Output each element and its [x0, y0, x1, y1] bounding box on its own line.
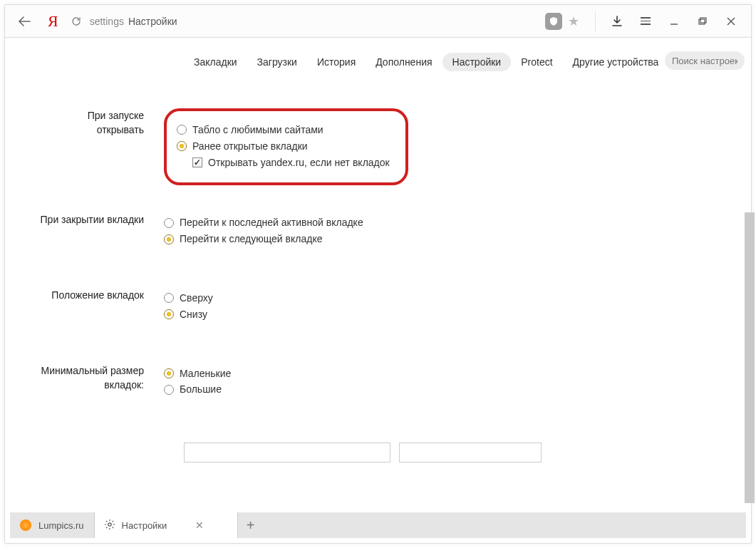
scrollbar-track[interactable]	[745, 33, 755, 512]
nav-bookmarks[interactable]: Закладки	[184, 53, 247, 71]
close-tab-opt-next[interactable]: Перейти к следующей вкладке	[164, 233, 746, 245]
downloads-icon[interactable]	[603, 11, 631, 32]
address-key: settings	[90, 16, 124, 27]
min-size-opt-small[interactable]: Маленькие	[164, 368, 746, 380]
tab-strip: Lumpics.ru Настройки ✕ +	[10, 512, 746, 538]
nav-settings[interactable]: Настройки	[442, 53, 512, 71]
tab-position-label: Положение вкладок	[10, 288, 164, 325]
radio-icon	[177, 141, 187, 151]
scrollbar-thumb[interactable]	[745, 212, 755, 503]
nav-other-devices[interactable]: Другие устройства	[563, 53, 669, 71]
tab-lumpics[interactable]: Lumpics.ru	[10, 512, 94, 538]
min-tab-size-label: Минимальный размер вкладок:	[10, 363, 164, 400]
section-stub	[10, 443, 746, 462]
radio-icon	[164, 309, 174, 319]
window-close-icon[interactable]	[717, 11, 745, 32]
tab-close-icon[interactable]: ✕	[195, 519, 204, 531]
startup-opt-open-yandex[interactable]: Открывать yandex.ru, если нет вкладок	[192, 157, 390, 169]
startup-opt-restore-tabs[interactable]: Ранее открытые вкладки	[177, 140, 390, 152]
radio-icon	[164, 293, 174, 303]
yandex-logo[interactable]: Я	[48, 12, 58, 31]
tab-pos-opt-bottom[interactable]: Снизу	[164, 309, 746, 321]
settings-nav: Закладки Загрузки История Дополнения Нас…	[10, 33, 746, 95]
startup-label: При запуске открывать	[10, 108, 164, 185]
svg-rect-1	[700, 18, 706, 23]
gear-icon	[105, 519, 115, 532]
nav-downloads[interactable]: Загрузки	[247, 53, 307, 71]
section-min-tab-size: Минимальный размер вкладок: Маленькие Бо…	[10, 363, 746, 400]
settings-search-input[interactable]	[665, 51, 745, 70]
reload-icon[interactable]	[68, 14, 84, 29]
window-maximize-icon[interactable]	[688, 11, 717, 32]
nav-protect[interactable]: Protect	[511, 53, 562, 71]
tab-title: Настройки	[122, 520, 167, 531]
close-tab-opt-last-active[interactable]: Перейти к последней активной вкладке	[164, 217, 746, 229]
svg-point-2	[108, 522, 110, 525]
menu-button[interactable]	[631, 11, 660, 32]
section-tab-position: Положение вкладок Сверху Снизу	[10, 288, 746, 325]
radio-icon	[177, 125, 187, 135]
section-close-tab: При закрытии вкладки Перейти к последней…	[10, 212, 746, 249]
radio-icon	[164, 385, 174, 395]
protect-shield-icon[interactable]	[545, 13, 562, 30]
favicon-icon	[20, 519, 31, 531]
tab-title: Lumpics.ru	[38, 520, 84, 531]
checkbox-icon	[192, 157, 202, 167]
radio-icon	[164, 234, 174, 244]
tab-settings[interactable]: Настройки ✕	[95, 512, 237, 538]
window-minimize-icon[interactable]	[660, 11, 688, 32]
new-tab-button[interactable]: +	[238, 512, 264, 538]
min-size-opt-large[interactable]: Большие	[164, 383, 746, 396]
settings-page: Закладки Загрузки История Дополнения Нас…	[10, 33, 746, 512]
svg-rect-0	[699, 19, 705, 24]
startup-options-highlight: Табло с любимыми сайтами Ранее открытые …	[164, 108, 408, 185]
dropdown-stub[interactable]	[184, 443, 390, 462]
radio-icon	[164, 218, 174, 228]
section-startup: При запуске открывать Табло с любимыми с…	[10, 108, 746, 185]
radio-icon	[164, 368, 174, 378]
bookmark-star-icon[interactable]: ★	[565, 14, 582, 29]
nav-history[interactable]: История	[307, 53, 366, 71]
dropdown-stub[interactable]	[399, 443, 542, 462]
nav-addons[interactable]: Дополнения	[366, 53, 442, 71]
tab-pos-opt-top[interactable]: Сверху	[164, 292, 746, 304]
back-button[interactable]	[11, 11, 38, 32]
close-tab-label: При закрытии вкладки	[10, 212, 164, 249]
address-title: Настройки	[128, 16, 177, 27]
address-bar[interactable]: settings Настройки ★	[66, 11, 588, 32]
startup-opt-tableau[interactable]: Табло с любимыми сайтами	[177, 124, 390, 136]
